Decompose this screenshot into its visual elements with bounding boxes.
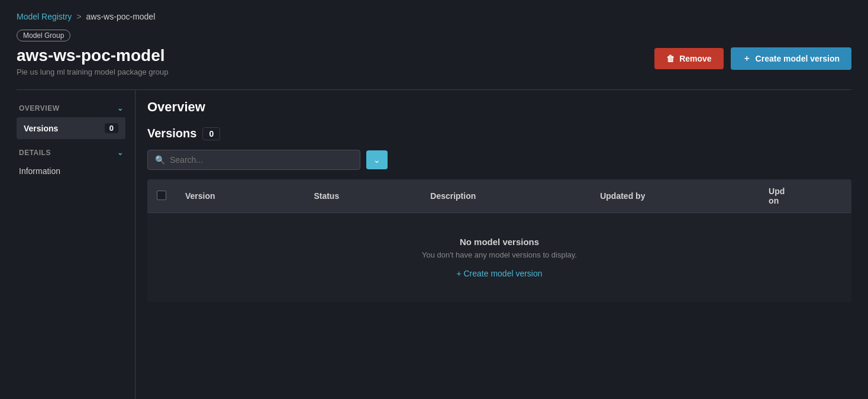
overview-chevron-icon: ⌄ [117,104,124,112]
header-row: Model Group aws-ws-poc-model Pie us lung… [17,30,851,76]
sidebar-item-versions[interactable]: Versions 0 [17,117,125,139]
th-checkbox[interactable] [147,179,176,213]
sidebar-overview-label: OVERVIEW [19,104,59,112]
empty-state-subtitle: You don't have any model versions to dis… [159,250,840,259]
table-header: Version Status Description Updated by Up… [147,179,851,213]
empty-state: No model versions You don't have any mod… [147,213,851,302]
create-model-version-button[interactable]: ＋ Create model version [731,47,851,70]
select-all-checkbox[interactable] [157,191,166,200]
breadcrumb-link[interactable]: Model Registry [17,12,72,21]
header-actions: 🗑 Remove ＋ Create model version [654,30,851,70]
sidebar: OVERVIEW ⌄ Versions 0 DETAILS ⌄ Informat… [17,90,135,399]
model-group-badge: Model Group [17,30,70,41]
sidebar-versions-label: Versions [24,124,58,133]
overview-title: Overview [147,99,851,115]
search-filter-row: 🔍 ⌄ [147,150,851,170]
header-left: Model Group aws-ws-poc-model Pie us lung… [17,30,169,76]
versions-count-badge: 0 [202,127,220,140]
create-label: Create model version [756,54,840,63]
details-chevron-icon: ⌄ [117,149,124,157]
th-description: Description [421,179,591,213]
th-updated-by: Updated by [591,179,759,213]
th-version: Version [176,179,304,213]
filter-button[interactable]: ⌄ [366,150,388,169]
remove-button[interactable]: 🗑 Remove [654,48,723,69]
sidebar-details-section: DETAILS ⌄ Information [17,144,125,181]
versions-heading: Versions [147,127,196,140]
versions-header: Versions 0 [147,127,851,140]
versions-table: Version Status Description Updated by Up… [147,179,851,213]
search-icon: 🔍 [155,155,165,165]
page-title: aws-ws-poc-model [17,46,169,65]
empty-state-title: No model versions [159,237,840,247]
sidebar-details-header[interactable]: DETAILS ⌄ [17,144,125,162]
remove-label: Remove [679,54,711,63]
plus-icon: ＋ [743,53,751,64]
breadcrumb-current: aws-ws-poc-model [86,12,156,21]
search-input[interactable] [170,155,353,165]
sidebar-item-information[interactable]: Information [17,162,125,181]
sidebar-overview-section: OVERVIEW ⌄ Versions 0 [17,99,125,139]
filter-chevron-icon: ⌄ [373,155,380,165]
page-subtitle: Pie us lung ml training model package gr… [17,67,169,76]
versions-badge: 0 [105,123,118,133]
information-label: Information [19,166,60,176]
search-box[interactable]: 🔍 [147,150,360,170]
th-status: Status [304,179,421,213]
empty-state-create-link[interactable]: + Create model version [456,269,542,278]
versions-table-wrapper: Version Status Description Updated by Up… [147,179,851,302]
breadcrumb-separator: > [76,12,81,21]
breadcrumb: Model Registry > aws-ws-poc-model [17,12,851,21]
th-updated-on: Updon [759,179,851,213]
main-content: OVERVIEW ⌄ Versions 0 DETAILS ⌄ Informat… [17,90,851,399]
trash-icon: 🗑 [666,54,675,63]
sidebar-details-label: DETAILS [19,149,51,157]
content-panel: Overview Versions 0 🔍 ⌄ [135,90,851,399]
sidebar-overview-header[interactable]: OVERVIEW ⌄ [17,99,125,117]
